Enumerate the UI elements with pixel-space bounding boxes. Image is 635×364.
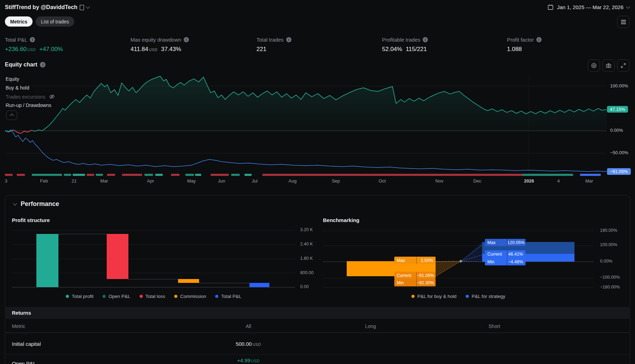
legend-label: Equity bbox=[6, 76, 19, 82]
equity-chart-toolbar bbox=[588, 59, 629, 72]
trade-strip-segment bbox=[231, 174, 240, 176]
stat-label: Min bbox=[394, 279, 417, 286]
equity-chart-title: Equity chart bbox=[5, 62, 37, 68]
currency-unit: USD bbox=[253, 342, 261, 347]
trade-strip-segment bbox=[155, 174, 163, 176]
stat-value: −91.05% bbox=[417, 272, 436, 279]
performance-section-header[interactable]: Performance bbox=[14, 200, 59, 208]
equity-chart-plot[interactable] bbox=[5, 75, 607, 177]
y-axis-label: −50.00% bbox=[610, 150, 628, 155]
profit-structure-title: Profit structure bbox=[12, 217, 50, 223]
strategy-min-box: Min −4.48% bbox=[485, 258, 525, 265]
benchmarking-chart[interactable]: Max 2.50% Current −91.05% Min −92.30% Ma… bbox=[323, 226, 594, 291]
justify-lines-icon bbox=[621, 20, 626, 24]
strategy-title-row[interactable]: StiffTrend by @DaviddTech bbox=[5, 4, 89, 10]
y-axis-label: 800.00 bbox=[300, 270, 313, 275]
legend-item[interactable]: P&L for buy & hold bbox=[411, 294, 457, 299]
trade-strip-segment bbox=[87, 174, 94, 176]
table-row-value: 500.00 USD bbox=[236, 341, 261, 347]
legend-trades-excursions[interactable]: Trades excursions bbox=[5, 93, 57, 100]
expand-icon bbox=[620, 63, 626, 69]
table-row-metric: Open P&L bbox=[12, 361, 36, 364]
legend-label: Commission bbox=[180, 294, 206, 299]
stat-value: 120.05% bbox=[507, 239, 525, 246]
returns-title: Returns bbox=[12, 310, 31, 316]
snapshot-button[interactable] bbox=[602, 59, 615, 72]
legend-item[interactable]: Total P&L bbox=[215, 294, 241, 299]
legend-runup-drawdowns[interactable]: Run-up / Drawdowns bbox=[5, 102, 54, 109]
legend-dot-icon bbox=[411, 295, 415, 298]
legend-dot-icon bbox=[466, 295, 469, 298]
view-tabs: Metrics List of trades bbox=[5, 16, 74, 27]
value: 500.00 bbox=[236, 341, 252, 347]
legend-item[interactable]: Open P&L bbox=[103, 294, 130, 299]
trade-strip-segment bbox=[32, 174, 62, 176]
gear-icon bbox=[591, 63, 597, 69]
legend-item[interactable]: P&L for strategy bbox=[466, 294, 505, 299]
waterfall-connector bbox=[128, 279, 178, 279]
tab-metrics[interactable]: Metrics bbox=[5, 16, 33, 27]
legend-item[interactable]: Total loss bbox=[140, 294, 165, 299]
info-icon[interactable]: i bbox=[184, 37, 189, 42]
y-axis-label: 0.00 bbox=[300, 284, 309, 289]
calendar-icon bbox=[547, 4, 554, 10]
x-tick: Feb bbox=[40, 178, 48, 184]
trade-strip-segment bbox=[580, 174, 600, 176]
metric-value: 221 bbox=[256, 46, 266, 53]
x-tick: May bbox=[187, 178, 196, 184]
legend-dot-icon bbox=[103, 295, 106, 298]
collapse-legend-button[interactable] bbox=[6, 110, 17, 120]
date-range-label: Jan 1, 2025 — Mar 22, 2026 bbox=[557, 4, 623, 10]
help-icon[interactable]: ? bbox=[40, 62, 45, 67]
legend-label: Open P&L bbox=[108, 294, 130, 299]
legend-dot-icon bbox=[174, 295, 177, 298]
trade-results-strip bbox=[5, 174, 607, 176]
waterfall-connector bbox=[58, 234, 107, 234]
waterfall-bar-commission[interactable] bbox=[178, 279, 199, 283]
info-icon[interactable]: i bbox=[536, 37, 542, 42]
value: +4.99 bbox=[237, 357, 251, 363]
metric-total-trades: Total trades i 221 bbox=[256, 37, 291, 53]
legend-label: P&L for strategy bbox=[472, 294, 505, 299]
trade-strip-segment bbox=[522, 174, 573, 176]
info-icon[interactable]: i bbox=[286, 37, 291, 42]
legend-label: Total loss bbox=[146, 294, 165, 299]
x-tick: 4 bbox=[557, 178, 560, 184]
legend-equity[interactable]: Equity bbox=[5, 76, 21, 83]
buyhold-current-box: Current −91.05% bbox=[394, 272, 436, 279]
trade-strip-segment bbox=[64, 174, 71, 176]
eye-off-icon bbox=[49, 94, 55, 100]
y-axis-label: 0.00% bbox=[600, 259, 612, 264]
info-icon[interactable]: i bbox=[30, 37, 35, 42]
waterfall-bar-total-loss[interactable] bbox=[107, 234, 128, 279]
currency-unit: USD bbox=[27, 48, 36, 52]
date-range-selector[interactable]: Jan 1, 2025 — Mar 22, 2026 bbox=[547, 4, 629, 10]
strategy-current-box: Current 46.41% bbox=[485, 250, 525, 258]
legend-item[interactable]: Commission bbox=[174, 294, 206, 299]
legend-label: Total P&L bbox=[221, 294, 241, 299]
returns-section-header[interactable]: Returns bbox=[6, 307, 629, 319]
legend-buy-hold[interactable]: Buy & hold bbox=[5, 84, 31, 91]
table-row-value: +4.99 USD bbox=[237, 357, 260, 363]
waterfall-bar-total-p-l[interactable] bbox=[249, 283, 269, 287]
trade-strip-segment bbox=[17, 174, 24, 176]
x-tick: Mar bbox=[585, 178, 593, 184]
info-icon[interactable]: i bbox=[423, 37, 428, 42]
metric-label: Max equity drawdown bbox=[130, 37, 181, 43]
legend-item[interactable]: Total profit bbox=[66, 294, 93, 299]
tab-list-of-trades[interactable]: List of trades bbox=[36, 16, 74, 27]
trade-strip-segment bbox=[211, 174, 229, 176]
layout-menu-button[interactable] bbox=[617, 16, 629, 28]
buy-hold-value-badge: −91.05% bbox=[607, 168, 631, 175]
trade-strip-segment bbox=[73, 174, 85, 176]
x-axis[interactable]: 3Feb21MarAprMayJunJulAugSepOctNovDec2026… bbox=[5, 178, 607, 185]
waterfall-bar-total-profit[interactable] bbox=[36, 234, 58, 287]
chart-settings-button[interactable] bbox=[588, 59, 600, 72]
fullscreen-button[interactable] bbox=[617, 59, 629, 72]
x-tick: Oct bbox=[379, 178, 386, 184]
strategy-title: StiffTrend by @DaviddTech bbox=[5, 4, 77, 10]
unknown-glyph-icon bbox=[80, 5, 84, 10]
profit-structure-chart[interactable] bbox=[12, 226, 295, 289]
legend-label: Run-up / Drawdowns bbox=[6, 102, 51, 108]
x-tick: Jul bbox=[252, 178, 257, 184]
